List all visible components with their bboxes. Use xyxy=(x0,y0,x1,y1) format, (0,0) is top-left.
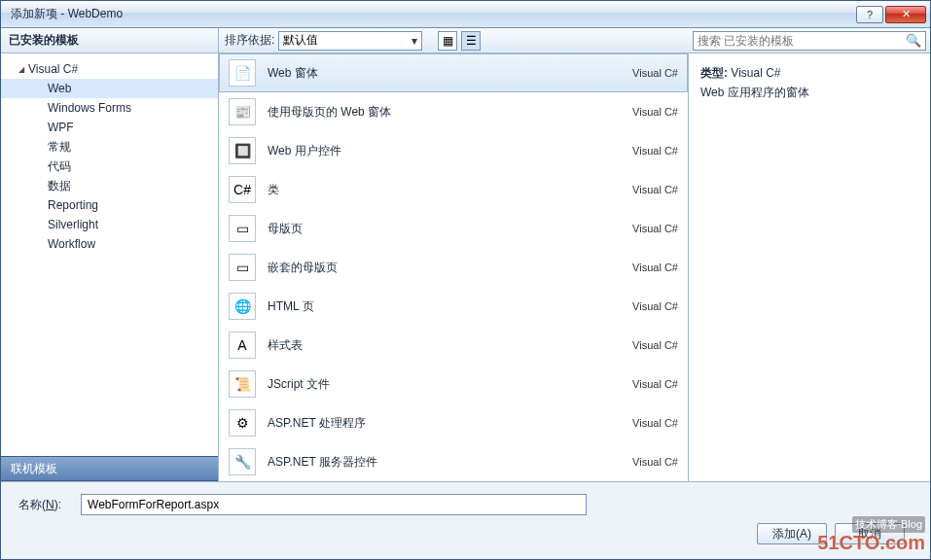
tree-item-silverlight[interactable]: Silverlight xyxy=(1,215,218,234)
template-icon: ⚙ xyxy=(229,409,256,437)
tree-item-数据[interactable]: 数据 xyxy=(1,176,218,195)
tree-item-web[interactable]: Web xyxy=(1,79,218,98)
template-tree[interactable]: Visual C#WebWindows FormsWPF常规代码数据Report… xyxy=(1,53,218,456)
template-name: 使用母版页的 Web 窗体 xyxy=(268,104,621,121)
type-label: 类型: xyxy=(700,66,728,80)
add-button[interactable]: 添加(A) xyxy=(757,523,827,544)
name-input[interactable] xyxy=(88,498,580,511)
template-name: Web 窗体 xyxy=(268,65,621,82)
tree-item-常规[interactable]: 常规 xyxy=(1,137,218,157)
type-value: Visual C# xyxy=(731,66,780,80)
template-item[interactable]: A样式表Visual C# xyxy=(219,326,688,365)
template-item[interactable]: 🔲Web 用户控件Visual C# xyxy=(219,131,688,170)
search-input[interactable] xyxy=(698,34,902,48)
dialog-window: 添加新项 - WebDemo ? ✕ 已安装的模板 Visual C#WebWi… xyxy=(0,0,931,560)
template-name: Web 用户控件 xyxy=(268,143,621,159)
left-panel: 已安装的模板 Visual C#WebWindows FormsWPF常规代码数… xyxy=(1,28,219,481)
tree-root[interactable]: Visual C# xyxy=(1,59,218,79)
template-lang: Visual C# xyxy=(632,223,678,234)
sort-value: 默认值 xyxy=(283,32,318,49)
template-item[interactable]: 📄Web 窗体Visual C# xyxy=(219,53,688,92)
template-lang: Visual C# xyxy=(632,300,678,312)
template-name: HTML 页 xyxy=(268,298,621,315)
help-button[interactable]: ? xyxy=(856,6,883,23)
installed-templates-header: 已安装的模板 xyxy=(1,28,218,53)
template-item[interactable]: ▭嵌套的母版页Visual C# xyxy=(219,248,688,287)
template-name: 嵌套的母版页 xyxy=(268,260,621,276)
template-lang: Visual C# xyxy=(632,456,678,468)
button-row: 添加(A) 取消 xyxy=(18,523,913,544)
description-area: 类型: Visual C# Web 应用程序的窗体 xyxy=(689,53,930,112)
template-name: ASP.NET 处理程序 xyxy=(268,415,621,432)
template-name: 母版页 xyxy=(268,221,621,237)
center-panel: 排序依据: 默认值 ▦ ☰ 📄Web 窗体Visual C#📰使用母版页的 We… xyxy=(219,28,689,481)
lower-area: 名称(N): 添加(A) 取消 xyxy=(1,481,930,559)
template-item[interactable]: 🔧ASP.NET 服务器控件Visual C# xyxy=(219,442,688,481)
name-input-box[interactable] xyxy=(81,494,587,515)
close-button[interactable]: ✕ xyxy=(885,6,926,23)
template-lang: Visual C# xyxy=(632,184,678,195)
upper-area: 已安装的模板 Visual C#WebWindows FormsWPF常规代码数… xyxy=(1,28,930,481)
online-templates-header[interactable]: 联机模板 xyxy=(1,456,218,481)
view-small-icons-button[interactable]: ▦ xyxy=(438,31,457,51)
template-item[interactable]: 📜JScript 文件Visual C# xyxy=(219,365,688,403)
template-icon: 🔲 xyxy=(229,137,256,164)
tree-item-windows-forms[interactable]: Windows Forms xyxy=(1,98,218,118)
template-lang: Visual C# xyxy=(632,145,678,157)
template-item[interactable]: C#类Visual C# xyxy=(219,170,688,209)
tree-item-workflow[interactable]: Workflow xyxy=(1,234,218,254)
template-lang: Visual C# xyxy=(632,378,678,390)
titlebar[interactable]: 添加新项 - WebDemo ? ✕ xyxy=(1,1,930,28)
dialog-body: 已安装的模板 Visual C#WebWindows FormsWPF常规代码数… xyxy=(1,28,930,559)
template-lang: Visual C# xyxy=(632,339,678,351)
template-name: 类 xyxy=(268,182,621,198)
template-icon: 🌐 xyxy=(229,293,256,320)
template-lang: Visual C# xyxy=(632,262,678,273)
template-name: ASP.NET 服务器控件 xyxy=(268,454,621,471)
template-lang: Visual C# xyxy=(632,106,678,118)
cancel-button[interactable]: 取消 xyxy=(835,523,905,544)
right-panel: 🔍 类型: Visual C# Web 应用程序的窗体 xyxy=(689,28,930,481)
template-item[interactable]: 📰使用母版页的 Web 窗体Visual C# xyxy=(219,92,688,131)
tree-item-wpf[interactable]: WPF xyxy=(1,118,218,137)
type-row: 类型: Visual C# xyxy=(700,63,918,83)
template-lang: Visual C# xyxy=(632,67,678,79)
name-row: 名称(N): xyxy=(18,494,913,515)
template-icon: C# xyxy=(229,176,256,203)
search-box[interactable]: 🔍 xyxy=(693,31,926,51)
search-icon[interactable]: 🔍 xyxy=(906,33,921,48)
template-icon: ▭ xyxy=(229,254,256,281)
right-toolbar: 🔍 xyxy=(689,28,930,53)
template-item[interactable]: ⚙ASP.NET 处理程序Visual C# xyxy=(219,403,688,442)
template-icon: ▭ xyxy=(229,215,256,242)
template-lang: Visual C# xyxy=(632,417,678,429)
template-item[interactable]: 🌐HTML 页Visual C# xyxy=(219,287,688,326)
template-icon: 📄 xyxy=(229,59,256,87)
template-icon: A xyxy=(229,332,256,359)
template-icon: 📰 xyxy=(229,98,256,125)
center-toolbar: 排序依据: 默认值 ▦ ☰ xyxy=(219,28,689,53)
tree-item-reporting[interactable]: Reporting xyxy=(1,195,218,215)
template-icon: 📜 xyxy=(229,370,256,398)
template-name: JScript 文件 xyxy=(268,376,621,393)
description-text: Web 应用程序的窗体 xyxy=(700,83,918,102)
sort-label: 排序依据: xyxy=(225,32,274,49)
window-title: 添加新项 - WebDemo xyxy=(5,6,854,22)
sort-dropdown[interactable]: 默认值 xyxy=(278,31,422,51)
tree-item-代码[interactable]: 代码 xyxy=(1,157,218,176)
view-medium-icons-button[interactable]: ☰ xyxy=(461,31,481,51)
template-name: 样式表 xyxy=(268,337,621,354)
template-icon: 🔧 xyxy=(229,448,256,475)
template-list[interactable]: 📄Web 窗体Visual C#📰使用母版页的 Web 窗体Visual C#🔲… xyxy=(219,53,689,481)
template-item[interactable]: ▭母版页Visual C# xyxy=(219,209,688,248)
name-label: 名称(N): xyxy=(18,497,61,513)
